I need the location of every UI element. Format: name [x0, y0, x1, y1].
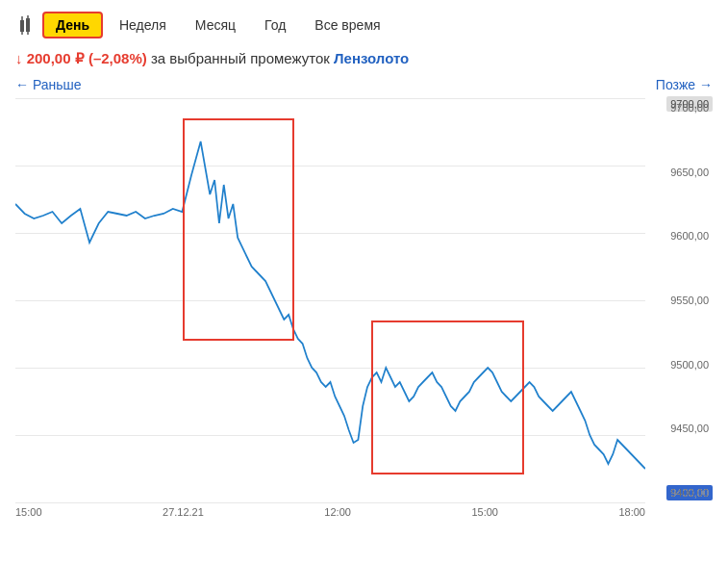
change-value: 200,00 ₽ (–2,08%) [27, 50, 147, 66]
x-label-0: 15:00 [15, 506, 42, 518]
svg-rect-0 [20, 20, 24, 32]
y-label-0: 9700,00 [645, 102, 713, 114]
chart-container: 9400,00 9700,00 9700,00 9650,00 9600,00 … [15, 98, 713, 502]
subtitle: ↓ 200,00 ₽ (–2,08%) за выбранный промежу… [0, 46, 728, 75]
y-label-1: 9650,00 [645, 167, 713, 178]
period-text: за выбранный промежуток [151, 50, 330, 66]
nav-earlier-btn[interactable]: ← Раньше [15, 77, 82, 92]
tab-all-time[interactable]: Все время [302, 13, 392, 38]
company-name-text: Лензолото [334, 50, 409, 66]
y-label-3: 9550,00 [645, 295, 713, 306]
tab-week[interactable]: Неделя [107, 13, 179, 38]
x-label-2: 12:00 [324, 506, 351, 518]
tab-year[interactable]: Год [252, 13, 298, 38]
chart-area: 9400,00 9700,00 9700,00 9650,00 9600,00 … [15, 98, 713, 502]
change-arrow: ↓ [15, 50, 23, 66]
candle-icon [15, 15, 35, 35]
chart-svg [15, 98, 645, 502]
tab-day[interactable]: День [42, 12, 103, 38]
x-label-1: 27.12.21 [163, 506, 204, 518]
tab-month[interactable]: Месяц [183, 13, 248, 38]
y-label-4: 9500,00 [645, 359, 713, 371]
x-label-4: 18:00 [618, 506, 645, 518]
time-tabs: День Неделя Месяц Год Все время [42, 12, 393, 38]
x-label-3: 15:00 [471, 506, 498, 518]
nav-later-btn[interactable]: Позже → [656, 77, 713, 92]
header: День Неделя Месяц Год Все время [0, 0, 728, 46]
y-label-5: 9450,00 [645, 423, 713, 434]
y-label-6: 9400,00 [645, 487, 713, 499]
y-axis: 9700,00 9650,00 9600,00 9550,00 9500,00 … [645, 98, 713, 502]
x-axis: 15:00 27.12.21 12:00 15:00 18:00 [15, 502, 713, 518]
y-label-2: 9600,00 [645, 230, 713, 242]
svg-rect-1 [26, 18, 30, 32]
nav-row: ← Раньше Позже → [0, 75, 728, 98]
